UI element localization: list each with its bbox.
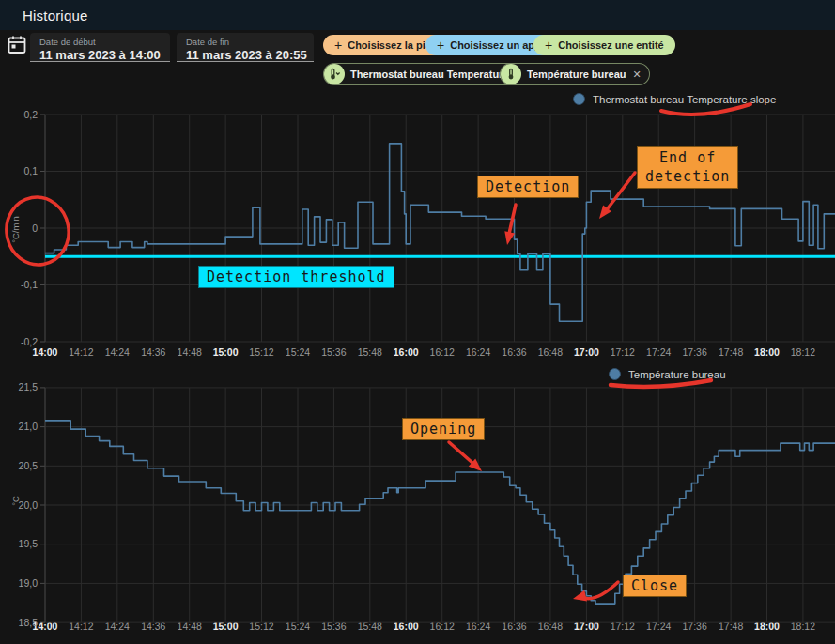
start-date-field[interactable]: Date de début 11 mars 2023 à 14:00 xyxy=(30,33,170,62)
temperature-chart: Température bureau °C 14:0014:1214:2414:… xyxy=(0,366,835,644)
plus-icon: + xyxy=(334,38,342,52)
svg-text:15:12: 15:12 xyxy=(249,346,273,358)
choose-entity-label: Choisissez une entité xyxy=(558,39,663,51)
entity-chip-temperature[interactable]: Température bureau ✕ xyxy=(500,63,650,85)
svg-text:14:48: 14:48 xyxy=(178,346,202,358)
calendar-button[interactable] xyxy=(7,35,29,57)
svg-text:17:00: 17:00 xyxy=(574,346,599,358)
temperature-plot-area[interactable]: 14:0014:1214:2414:3614:4815:0015:1215:24… xyxy=(0,366,835,644)
svg-text:-0,1: -0,1 xyxy=(21,279,38,290)
choose-entity-button[interactable]: + Choisissez une entité xyxy=(533,35,675,55)
svg-text:17:36: 17:36 xyxy=(682,346,706,358)
svg-text:15:00: 15:00 xyxy=(213,346,239,358)
svg-text:21,5: 21,5 xyxy=(19,381,39,392)
svg-text:19,0: 19,0 xyxy=(19,577,39,589)
svg-text:15:48: 15:48 xyxy=(358,346,382,358)
svg-text:0: 0 xyxy=(32,222,38,234)
svg-text:14:12: 14:12 xyxy=(69,346,93,358)
svg-text:0,2: 0,2 xyxy=(23,109,38,120)
svg-text:16:00: 16:00 xyxy=(394,346,419,358)
svg-text:17:48: 17:48 xyxy=(719,346,743,358)
annotation-close: Close xyxy=(623,575,687,597)
entity-chip-label: Température bureau xyxy=(527,69,626,80)
svg-text:15:36: 15:36 xyxy=(321,346,346,358)
annotation-detection: Detection xyxy=(477,176,579,198)
annotation-end-line2: detection xyxy=(645,167,730,186)
svg-text:19,5: 19,5 xyxy=(19,538,39,549)
svg-text:20,5: 20,5 xyxy=(19,460,39,471)
thermometer-chevron-icon xyxy=(324,64,345,84)
start-date-value: 11 mars 2023 à 14:00 xyxy=(39,48,161,62)
annotation-end-line1: End of xyxy=(645,148,730,167)
close-icon[interactable]: ✕ xyxy=(633,69,642,81)
end-date-field[interactable]: Date de fin 11 mars 2023 à 20:55 xyxy=(177,33,314,62)
end-date-label: Date de fin xyxy=(186,38,304,47)
svg-text:18:12: 18:12 xyxy=(791,346,815,358)
svg-text:16:36: 16:36 xyxy=(502,346,526,358)
annotation-detection-threshold: Detection threshold xyxy=(198,266,394,288)
plus-icon: + xyxy=(437,38,444,52)
svg-text:18:00: 18:00 xyxy=(754,346,780,358)
svg-text:14:00: 14:00 xyxy=(33,346,58,358)
start-date-label: Date de début xyxy=(39,38,161,47)
svg-text:17:12: 17:12 xyxy=(611,346,635,358)
slope-chart: Thermostat bureau Temperature slope °C/m… xyxy=(0,89,835,366)
annotation-end-of-detection: End of detection xyxy=(637,146,738,189)
app-header: Historique xyxy=(0,0,835,30)
svg-text:21,0: 21,0 xyxy=(19,421,39,432)
svg-text:17:24: 17:24 xyxy=(646,346,671,358)
svg-text:16:48: 16:48 xyxy=(538,346,563,358)
slope-plot-area[interactable]: 14:0014:1214:2414:3614:4815:0015:1215:24… xyxy=(0,89,835,366)
history-page: { "header": { "title": "Historique" }, "… xyxy=(0,0,835,644)
svg-text:16:12: 16:12 xyxy=(430,346,455,358)
svg-text:14:36: 14:36 xyxy=(141,346,165,358)
end-date-value: 11 mars 2023 à 20:55 xyxy=(186,48,304,62)
page-title: Historique xyxy=(23,8,88,23)
calendar-icon xyxy=(7,35,27,55)
svg-text:18,5: 18,5 xyxy=(19,617,39,628)
svg-text:-0,2: -0,2 xyxy=(21,336,38,347)
annotation-opening: Opening xyxy=(402,418,485,440)
plus-icon: + xyxy=(545,38,552,52)
svg-text:20,0: 20,0 xyxy=(19,499,39,511)
svg-text:15:24: 15:24 xyxy=(286,346,310,358)
svg-text:14:24: 14:24 xyxy=(105,346,130,358)
svg-text:16:24: 16:24 xyxy=(466,346,490,358)
thermometer-icon xyxy=(501,64,521,84)
svg-text:0,1: 0,1 xyxy=(23,165,38,176)
